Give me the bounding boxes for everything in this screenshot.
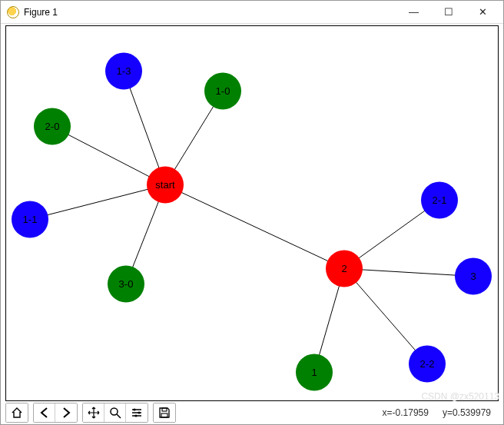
toolbar: x=-0.17959 y=0.539979 xyxy=(1,401,503,424)
save-icon xyxy=(158,407,171,419)
back-button[interactable] xyxy=(34,403,55,422)
pan-button[interactable] xyxy=(83,403,104,422)
forward-button[interactable] xyxy=(55,403,77,422)
graph-node-label: 2 xyxy=(341,263,346,274)
zoom-button[interactable] xyxy=(104,403,126,422)
svg-point-1 xyxy=(133,408,135,410)
statusbar: x=-0.17959 y=0.539979 xyxy=(181,407,499,418)
graph-node-label: start xyxy=(155,179,175,191)
titlebar: Figure 1 — ☐ ✕ xyxy=(1,1,503,24)
arrow-right-icon xyxy=(60,407,72,419)
graph-node-label: 2-0 xyxy=(45,121,60,132)
graph-edge xyxy=(165,185,344,269)
svg-point-2 xyxy=(138,411,140,413)
zoom-icon xyxy=(109,407,121,419)
graph-node-label: 1 xyxy=(311,367,317,378)
home-icon xyxy=(11,407,23,419)
graph-edge xyxy=(30,185,165,220)
graph-node-label: 1-0 xyxy=(216,85,230,97)
svg-point-0 xyxy=(111,408,118,415)
svg-point-3 xyxy=(134,414,137,417)
home-button[interactable] xyxy=(6,403,28,422)
window-controls: — ☐ ✕ xyxy=(396,2,500,23)
graph-node-label: 2-2 xyxy=(420,358,435,370)
save-button[interactable] xyxy=(154,403,175,422)
window-title: Figure 1 xyxy=(24,7,396,18)
sliders-icon xyxy=(131,407,143,419)
watermark: CSDN @zx520113 xyxy=(421,391,499,402)
graph-node-label: 1-1 xyxy=(23,214,38,225)
graph-node-label: 3-0 xyxy=(119,278,134,290)
graph-node-label: 1-3 xyxy=(117,65,131,77)
app-icon xyxy=(7,6,19,18)
graph-node-label: 3 xyxy=(470,271,476,282)
svg-rect-5 xyxy=(161,413,167,417)
cursor-y: y=0.539979 xyxy=(443,407,491,418)
move-icon xyxy=(88,407,100,419)
graph-edge xyxy=(344,269,473,277)
arrow-left-icon xyxy=(38,407,51,419)
figure-window: Figure 1 — ☐ ✕ start21-31-12-132-21-02-0… xyxy=(0,0,504,425)
graph-node-label: 2-1 xyxy=(433,194,447,206)
graph-edge xyxy=(344,269,427,364)
graph-edge xyxy=(52,127,165,185)
cursor-x: x=-0.17959 xyxy=(383,407,429,418)
network-graph: start21-31-12-132-21-02-03-01 xyxy=(6,26,498,400)
maximize-button[interactable]: ☐ xyxy=(431,2,466,23)
minimize-button[interactable]: — xyxy=(396,2,431,23)
close-button[interactable]: ✕ xyxy=(466,2,500,23)
plot-canvas[interactable]: start21-31-12-132-21-02-03-01 xyxy=(5,25,499,401)
configure-button[interactable] xyxy=(126,403,148,422)
